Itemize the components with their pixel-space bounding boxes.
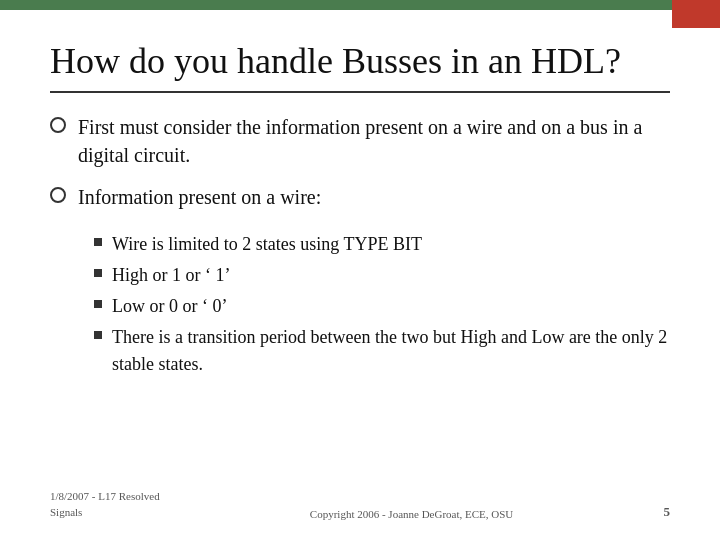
footer-page-number: 5 bbox=[663, 504, 670, 520]
sub-bullet-item-3: Low or 0 or ‘ 0’ bbox=[94, 293, 670, 320]
bullet-item-2: Information present on a wire: bbox=[50, 183, 670, 211]
sub-bullet-square-4 bbox=[94, 331, 102, 339]
footer: 1/8/2007 - L17 Resolved Signals Copyrigh… bbox=[50, 479, 670, 520]
footer-left-line2: Signals bbox=[50, 505, 160, 520]
slide-container: How do you handle Busses in an HDL? Firs… bbox=[0, 10, 720, 540]
sub-bullet-text-3: Low or 0 or ‘ 0’ bbox=[112, 293, 227, 320]
sub-bullet-text-1: Wire is limited to 2 states using TYPE B… bbox=[112, 231, 422, 258]
content-area: First must consider the information pres… bbox=[50, 113, 670, 479]
sub-bullet-square-2 bbox=[94, 269, 102, 277]
sub-bullet-text-4: There is a transition period between the… bbox=[112, 324, 670, 378]
sub-bullet-item-1: Wire is limited to 2 states using TYPE B… bbox=[94, 231, 670, 258]
bullet-circle-1 bbox=[50, 117, 66, 133]
sub-bullets: Wire is limited to 2 states using TYPE B… bbox=[94, 231, 670, 378]
footer-left-line1: 1/8/2007 - L17 Resolved bbox=[50, 489, 160, 504]
title-section: How do you handle Busses in an HDL? bbox=[50, 40, 670, 93]
sub-bullet-square-1 bbox=[94, 238, 102, 246]
top-bar bbox=[0, 0, 720, 10]
footer-left: 1/8/2007 - L17 Resolved Signals bbox=[50, 489, 160, 520]
bullet-item-1: First must consider the information pres… bbox=[50, 113, 670, 169]
sub-bullet-item-4: There is a transition period between the… bbox=[94, 324, 670, 378]
sub-bullet-item-2: High or 1 or ‘ 1’ bbox=[94, 262, 670, 289]
bullet-circle-2 bbox=[50, 187, 66, 203]
sub-bullet-text-2: High or 1 or ‘ 1’ bbox=[112, 262, 230, 289]
slide-title: How do you handle Busses in an HDL? bbox=[50, 40, 670, 83]
sub-bullet-square-3 bbox=[94, 300, 102, 308]
footer-center: Copyright 2006 - Joanne DeGroat, ECE, OS… bbox=[310, 508, 513, 520]
bullet-text-1: First must consider the information pres… bbox=[78, 113, 670, 169]
bullet-text-2: Information present on a wire: bbox=[78, 183, 321, 211]
